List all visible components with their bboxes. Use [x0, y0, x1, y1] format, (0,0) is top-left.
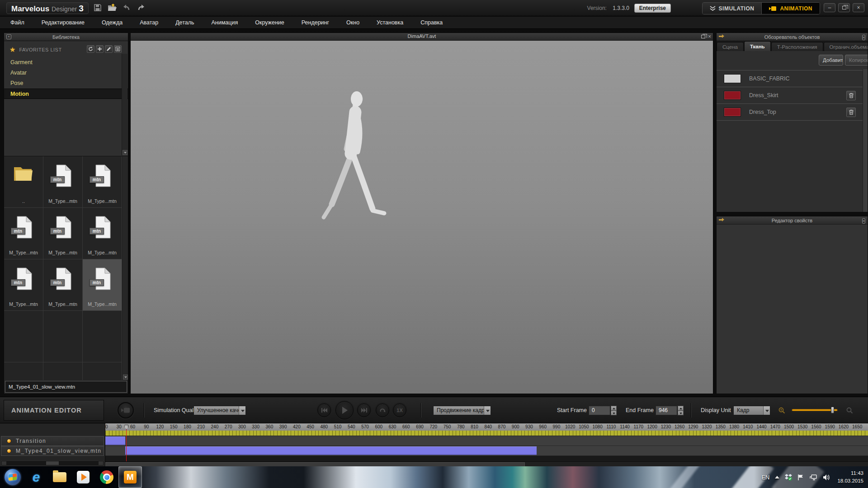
spin-down-icon[interactable] [611, 411, 617, 416]
copy-fabric-button[interactable]: Копировать [845, 55, 868, 66]
favorites-scrollbar[interactable] [122, 54, 127, 155]
viewport-canvas[interactable] [131, 41, 713, 394]
skip-start-button[interactable] [317, 404, 331, 417]
menu-item-7[interactable]: Окружение [246, 17, 293, 29]
scroll-left-icon[interactable] [2, 461, 6, 465]
redo-button[interactable] [136, 3, 146, 13]
scroll-down-icon[interactable] [123, 375, 128, 380]
taskbar-start[interactable] [1, 466, 24, 488]
timeline-zoom-in-button[interactable] [778, 397, 785, 423]
timeline-area[interactable]: 0306090120150180210240270300330360390420… [105, 423, 868, 467]
taskbar-marvelous-designer[interactable]: M [118, 466, 142, 488]
playhead[interactable] [126, 429, 127, 461]
start-frame-value[interactable]: 0 [589, 406, 610, 415]
timeline-track-2[interactable] [105, 446, 868, 456]
add-fabric-button[interactable]: Добавить [819, 55, 843, 66]
skip-end-button[interactable] [357, 404, 371, 417]
timeline-track-1[interactable] [105, 436, 868, 446]
timeline-clip-2[interactable] [125, 446, 536, 455]
slider-handle[interactable] [831, 407, 834, 413]
frame-advance-dropdown[interactable]: Продвижение кадров [433, 406, 491, 415]
start-frame-spinner[interactable] [611, 406, 617, 415]
library-file-2[interactable]: mtnM_Type...mtn [83, 156, 122, 208]
library-file-3[interactable]: mtnM_Type...mtn [4, 208, 43, 259]
menu-item-2[interactable]: Редактирование [33, 17, 93, 29]
library-file-6[interactable]: mtnM_Type...mtn [4, 259, 43, 311]
menu-item-8[interactable]: Рендеринг [293, 17, 338, 29]
viewport-close-icon[interactable]: × [708, 34, 711, 39]
clock[interactable]: 11:43 18.03.2015 [837, 469, 863, 485]
action-center-flag-icon[interactable] [797, 474, 804, 481]
taskbar-chrome[interactable] [95, 466, 118, 488]
scroll-thumb[interactable] [46, 461, 59, 465]
library-file-7[interactable]: mtnM_Type...mtn [43, 259, 83, 311]
end-frame-spinner[interactable] [678, 406, 684, 415]
timeline-zoom-slider[interactable] [792, 409, 837, 411]
library-item-pose[interactable]: Pose [4, 78, 128, 89]
taskbar-media-player[interactable] [71, 466, 95, 488]
loop-button[interactable] [376, 404, 389, 417]
menu-item-1[interactable]: Файл [2, 17, 33, 29]
fabric-row-1[interactable]: BASIC_FABRIC [717, 70, 868, 87]
menu-item-11[interactable]: Справка [412, 17, 451, 29]
library-file-4[interactable]: mtnM_Type...mtn [43, 208, 83, 259]
refresh-button[interactable] [87, 45, 94, 53]
dock-arrow-icon[interactable] [719, 34, 725, 39]
network-icon[interactable] [810, 474, 817, 481]
record-button[interactable] [118, 402, 134, 418]
timeline-clip-1[interactable] [105, 436, 125, 445]
display-unit-dropdown[interactable]: Кадр [733, 406, 770, 415]
simulation-quality-dropdown[interactable]: Улучшенное качество [193, 406, 246, 415]
scroll-down-icon[interactable] [123, 150, 127, 155]
tab-3[interactable]: Т-Расположения [771, 42, 823, 51]
dock-arrow-icon[interactable] [719, 218, 725, 222]
dropbox-icon[interactable] [785, 474, 792, 481]
start-frame-input[interactable]: 0 [589, 406, 617, 415]
property-editor-close-icon[interactable]: × [862, 218, 865, 224]
track-column-scrollbar[interactable] [1, 460, 104, 466]
viewport-restore-icon[interactable] [701, 35, 705, 38]
spin-down-icon[interactable] [678, 411, 684, 416]
close-button[interactable]: × [853, 3, 864, 12]
list-view-button[interactable] [114, 45, 122, 53]
minimize-button[interactable]: – [824, 3, 835, 12]
library-item-motion[interactable]: Motion [4, 89, 128, 99]
menu-item-5[interactable]: Деталь [167, 17, 203, 29]
trash-button[interactable] [846, 91, 856, 100]
library-item-garment[interactable]: Garment [4, 57, 128, 68]
menu-item-10[interactable]: Установка [368, 17, 412, 29]
timeline-ruler[interactable]: 0306090120150180210240270300330360390420… [105, 423, 868, 431]
object-browser-scrollbar[interactable] [863, 69, 868, 212]
track-label-2[interactable]: M_Type4_01_slow_view,mtn [1, 446, 104, 456]
save-button[interactable] [93, 3, 103, 13]
show-hidden-icons-button[interactable] [775, 476, 779, 479]
tab-2[interactable]: Ткань [744, 41, 771, 51]
volume-icon[interactable] [823, 474, 830, 481]
track-label-1[interactable]: Transition [1, 436, 104, 446]
library-file-1[interactable]: mtnM_Type...mtn [43, 156, 83, 208]
undo-button[interactable] [122, 3, 132, 13]
language-indicator[interactable]: EN [761, 474, 769, 481]
playback-speed-button[interactable]: 1X [393, 404, 406, 417]
menu-item-4[interactable]: Аватар [131, 17, 167, 29]
add-favorite-button[interactable] [96, 45, 104, 53]
open-button[interactable] [107, 3, 117, 13]
simulation-mode-button[interactable]: SIMULATION [703, 3, 762, 14]
spin-up-icon[interactable] [678, 406, 684, 411]
end-frame-value[interactable]: 946 [656, 406, 677, 415]
avatar-figure[interactable] [311, 86, 397, 235]
timeline-zoom-out-button[interactable] [846, 397, 853, 423]
fabric-row-2[interactable]: Dress_Skirt [717, 87, 868, 104]
taskbar-internet-explorer[interactable]: e [24, 466, 48, 488]
library-folder-up[interactable]: .. [4, 156, 43, 208]
edit-favorite-button[interactable] [105, 45, 113, 53]
play-button[interactable] [335, 401, 354, 419]
menu-item-3[interactable]: Одежда [93, 17, 131, 29]
taskbar-file-explorer[interactable] [48, 466, 71, 488]
tab-4[interactable]: Огранич.объема [824, 42, 868, 51]
animation-mode-button[interactable]: ANIMATION [762, 3, 820, 14]
fabric-row-3[interactable]: Dress_Top [717, 104, 868, 121]
restore-button[interactable] [838, 3, 850, 12]
library-file-8[interactable]: mtnM_Type...mtn [83, 259, 122, 311]
end-frame-input[interactable]: 946 [656, 406, 684, 415]
